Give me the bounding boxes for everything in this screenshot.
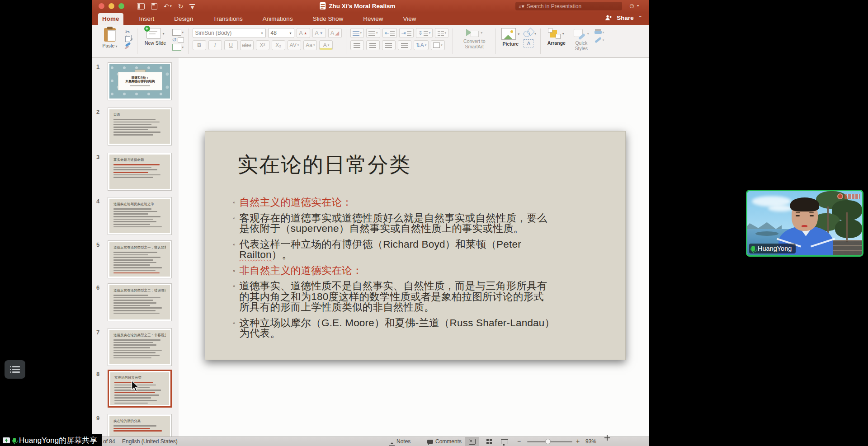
close-button[interactable] bbox=[99, 3, 104, 9]
slide-thumbnail-9[interactable]: 实在论的新的分类 bbox=[108, 414, 172, 437]
save-icon[interactable] bbox=[151, 3, 157, 9]
columns-button[interactable]: ▾ bbox=[435, 28, 448, 38]
align-text-button[interactable]: ▾ bbox=[431, 40, 445, 50]
paragraph-group: ▾ ▾ ⇤ ⇥ ⇕▾ ▾ ⇅A▾ ▾ bbox=[350, 25, 449, 57]
zoom-slider-handle[interactable] bbox=[545, 439, 551, 444]
underline-button[interactable]: U bbox=[224, 40, 238, 50]
slide-body-text: ◦自然主义的道德实在论：◦客观存在的道德事实或道德性质好么就是自然事实或自然性质… bbox=[233, 197, 599, 344]
numbering-button[interactable]: ▾ bbox=[366, 28, 380, 38]
arrange-button[interactable]: ▾ Arrange bbox=[545, 28, 568, 46]
redo-icon[interactable]: ↻ bbox=[178, 3, 184, 9]
slide-sorter-button[interactable] bbox=[482, 437, 496, 446]
person-hair bbox=[790, 197, 819, 211]
tab-view[interactable]: View bbox=[399, 13, 420, 25]
smartart-group: ▾ Convert to SmartArt bbox=[457, 25, 491, 57]
character-spacing-button[interactable]: AV▾ bbox=[288, 40, 302, 50]
text-box-button[interactable]: A bbox=[524, 39, 536, 47]
increase-indent-button[interactable]: ⇥ bbox=[399, 28, 414, 38]
watermark-logo bbox=[837, 193, 860, 199]
show-panel-icon[interactable] bbox=[137, 3, 145, 9]
slide-thumbnail-6[interactable]: 道德反实在论的类型之二：错误理论 bbox=[108, 283, 172, 321]
format-painter-button[interactable] bbox=[125, 43, 133, 46]
tab-slide-show[interactable]: Slide Show bbox=[309, 13, 348, 25]
change-case-button[interactable]: Aa▾ bbox=[303, 40, 317, 50]
strikethrough-button[interactable]: abe bbox=[240, 40, 254, 50]
insert-group: ▾ Picture ▾ A bbox=[500, 25, 536, 57]
slide-thumbnail-5[interactable]: 道德反实在论的类型之一：非认知主义 bbox=[108, 240, 172, 278]
maximize-button[interactable] bbox=[118, 3, 124, 9]
italic-button[interactable]: I bbox=[208, 40, 222, 50]
picture-button[interactable]: ▾ Picture bbox=[500, 28, 521, 47]
collapse-ribbon-icon[interactable]: ⌃ bbox=[638, 15, 642, 21]
grid-view-icon bbox=[486, 439, 492, 444]
bullet-item: ◦客观存在的道德事实或道德性质好么就是自然事实或自然性质，要么是依附于（supe… bbox=[233, 213, 599, 234]
convert-smartart-button[interactable]: ▾ Convert to SmartArt bbox=[457, 28, 491, 49]
minimize-button[interactable] bbox=[108, 3, 114, 9]
subscript-button[interactable]: X₂ bbox=[272, 40, 285, 50]
clipboard-group: Paste▾ ✂ ▾ bbox=[97, 25, 133, 57]
slide-thumbnail-7[interactable]: 道德反实在论的类型之三：非客观主义 bbox=[108, 328, 172, 366]
cut-button[interactable]: ✂ bbox=[125, 29, 133, 35]
slide-thumbnail-4[interactable]: 道德实在论与反实在论之争 bbox=[108, 197, 172, 235]
slide-thumbnail-3[interactable]: 事实命题与道德命题 bbox=[108, 153, 172, 191]
font-size-select[interactable]: 48▾ bbox=[268, 28, 294, 38]
ribbon-tabs: HomeInsertDesignTransitionsAnimationsSli… bbox=[96, 13, 420, 25]
comments-icon bbox=[427, 440, 433, 444]
thumbnail-number: 6 bbox=[96, 284, 99, 291]
zoom-in-button[interactable]: + bbox=[576, 437, 580, 445]
align-right-button[interactable] bbox=[382, 40, 396, 50]
shape-outline-button[interactable]: ▾ bbox=[594, 38, 604, 42]
slide-thumbnail-2[interactable]: 目录 bbox=[108, 108, 172, 146]
language-indicator[interactable]: English (United States) bbox=[122, 438, 178, 445]
shape-fill-button[interactable]: ▾ bbox=[594, 31, 604, 34]
current-slide[interactable]: 实在论的日常分类 ◦自然主义的道德实在论：◦客观存在的道德事实或道德性质好么就是… bbox=[205, 131, 626, 360]
search-input[interactable]: ⌕▾ Search in Presentation bbox=[515, 2, 622, 10]
tab-review[interactable]: Review bbox=[359, 13, 387, 25]
superscript-button[interactable]: X² bbox=[256, 40, 269, 50]
bullet-item: ◦代表这样一种立场的有博伊德（Richard Boyd）和莱顿（PeterRai… bbox=[233, 239, 599, 260]
zoom-out-button[interactable]: − bbox=[517, 437, 521, 445]
tab-transitions[interactable]: Transitions bbox=[209, 13, 247, 25]
quick-styles-button[interactable]: ▾ Quick Styles bbox=[571, 28, 592, 51]
new-slide-button[interactable]: + ▾ New Slide bbox=[142, 28, 170, 46]
paste-button[interactable]: Paste▾ bbox=[97, 28, 123, 48]
reset-slide-button[interactable]: ↺ bbox=[172, 37, 184, 42]
line-spacing-button[interactable]: ⇕▾ bbox=[416, 28, 433, 38]
customize-toolbar-icon[interactable]: ▾ bbox=[189, 4, 195, 9]
text-direction-button[interactable]: ⇅A▾ bbox=[414, 40, 429, 50]
participant-video-tile[interactable]: HuangYong bbox=[746, 190, 863, 257]
feedback-smiley-icon[interactable]: ☺▾ bbox=[628, 2, 639, 9]
bullets-button[interactable]: ▾ bbox=[350, 28, 364, 38]
notes-button[interactable]: Notes bbox=[389, 438, 410, 446]
tab-animations[interactable]: Animations bbox=[259, 13, 297, 25]
justify-button[interactable] bbox=[398, 40, 411, 50]
tab-design[interactable]: Design bbox=[170, 13, 197, 25]
copy-button[interactable]: ▾ bbox=[125, 36, 133, 42]
slide-thumbnail-1[interactable]: 道德实在论：朱熹美德伦理学的结构 bbox=[108, 62, 172, 100]
shapes-button[interactable]: ▾ bbox=[524, 29, 536, 38]
decrease-indent-button[interactable]: ⇤ bbox=[382, 28, 397, 38]
decrease-font-button[interactable]: A▼ bbox=[312, 28, 326, 38]
bold-button[interactable]: B bbox=[193, 40, 206, 50]
slide-layout-button[interactable]: ▾ bbox=[172, 29, 184, 36]
comments-button[interactable]: Comments bbox=[427, 438, 462, 445]
share-button[interactable]: Share ⌃ bbox=[605, 14, 642, 21]
increase-font-button[interactable]: A▲ bbox=[297, 28, 310, 38]
undo-icon[interactable]: ↶▾ bbox=[164, 3, 172, 9]
zoom-slider[interactable] bbox=[527, 441, 572, 442]
tab-insert[interactable]: Insert bbox=[135, 13, 159, 25]
font-name-select[interactable]: SimSun (Body)▾ bbox=[193, 28, 266, 38]
tab-home[interactable]: Home bbox=[98, 13, 123, 25]
align-center-button[interactable] bbox=[366, 40, 380, 50]
align-left-button[interactable] bbox=[350, 40, 364, 50]
highlight-color-button[interactable]: A▾ bbox=[319, 40, 333, 50]
meeting-controls-widget[interactable] bbox=[5, 360, 25, 379]
slideshow-button[interactable] bbox=[498, 437, 511, 446]
slide-title: 实在论的日常分类 bbox=[237, 151, 411, 179]
section-button[interactable]: ▾ bbox=[172, 44, 184, 51]
screen-share-banner[interactable]: HuangYong的屏幕共享 bbox=[0, 434, 102, 446]
document-icon bbox=[320, 2, 326, 9]
clear-formatting-button[interactable]: A◢ bbox=[328, 28, 342, 38]
normal-view-button[interactable] bbox=[465, 437, 479, 446]
zoom-percent: 93% bbox=[585, 438, 596, 445]
